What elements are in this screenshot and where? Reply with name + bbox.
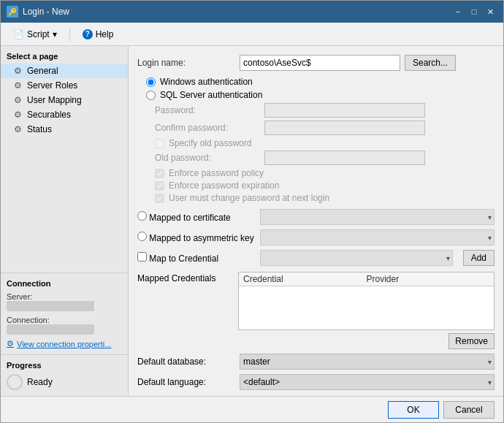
user-must-change-label: User must change password at next login [169, 193, 329, 203]
view-props-label: View connection properti... [17, 340, 111, 348]
specify-old-password-checkbox[interactable] [155, 139, 164, 148]
sidebar-spacer [1, 137, 128, 273]
sidebar-item-user-mapping[interactable]: ⚙ User Mapping [1, 93, 128, 107]
connection-value [7, 324, 94, 335]
add-button[interactable]: Add [463, 250, 495, 266]
maximize-button[interactable]: □ [467, 5, 481, 18]
old-password-row: Old password: [155, 150, 495, 165]
server-row: Server: [7, 292, 122, 313]
remove-button[interactable]: Remove [448, 333, 495, 349]
user-must-change-row: User must change password at next login [155, 193, 495, 203]
connection-label: Connection: [7, 316, 50, 324]
enforce-expiration-row: Enforce password expiration [155, 180, 495, 191]
map-credential-select[interactable] [260, 250, 453, 266]
mapped-cert-radio[interactable] [137, 211, 147, 221]
default-database-select[interactable]: master [240, 354, 495, 370]
map-credential-row: Map to Credential Add [137, 250, 495, 266]
enforce-expiration-checkbox[interactable] [155, 181, 164, 191]
connection-section: Connection Server: Connection: ⚙ View co… [1, 273, 128, 354]
login-name-input[interactable] [240, 55, 400, 71]
general-icon: ⚙ [12, 66, 23, 76]
select-page-title: Select a page [1, 46, 128, 64]
help-button[interactable]: ? Help [76, 26, 121, 42]
credentials-table: Credential Provider [238, 272, 495, 330]
status-icon: ⚙ [12, 124, 23, 134]
confirm-password-label: Confirm password: [155, 123, 264, 133]
progress-ready: Ready [7, 374, 122, 390]
mapped-asym-select[interactable] [260, 229, 495, 245]
enforce-policy-label: Enforce password policy [169, 168, 264, 178]
enforce-policy-checkbox[interactable] [155, 169, 164, 178]
default-language-select[interactable]: <default> [240, 374, 495, 390]
default-database-select-wrapper: master [240, 354, 495, 370]
default-language-select-wrapper: <default> [240, 374, 495, 390]
sidebar-item-server-roles[interactable]: ⚙ Server Roles [1, 78, 128, 93]
ready-label: Ready [27, 377, 53, 387]
specify-old-password-label: Specify old password [169, 138, 251, 148]
script-icon: 📄 [13, 29, 24, 39]
confirm-password-input[interactable] [264, 121, 425, 135]
help-icon: ? [83, 29, 93, 39]
server-label: Server: [7, 292, 32, 301]
search-button[interactable]: Search... [405, 55, 456, 71]
sql-auth-subform: Password: Confirm password: Specify old … [137, 103, 495, 203]
credentials-header: Credential Provider [239, 273, 494, 286]
map-credential-label-wrapper: Map to Credential [137, 252, 254, 264]
connection-row: Connection: [7, 316, 122, 336]
provider-col-header: Provider [367, 274, 490, 284]
title-bar-controls: − □ ✕ [451, 5, 497, 18]
mapped-credentials-label: Mapped Credentials [137, 272, 232, 349]
connection-title: Connection [7, 279, 122, 288]
user-must-change-checkbox[interactable] [155, 194, 164, 203]
sidebar-item-status[interactable]: ⚙ Status [1, 122, 128, 137]
securables-icon: ⚙ [12, 110, 23, 120]
specify-old-password-row: Specify old password [155, 138, 495, 148]
toolbar-separator [69, 27, 70, 42]
script-button[interactable]: 📄 Script ▾ [7, 26, 64, 42]
windows-auth-label: Windows authentication [160, 77, 253, 87]
server-value [7, 301, 94, 311]
progress-title: Progress [7, 361, 122, 370]
map-credential-select-wrapper [260, 250, 453, 266]
map-credential-label: Map to Credential [149, 254, 218, 264]
cancel-button[interactable]: Cancel [443, 401, 495, 419]
sql-auth-radio[interactable] [146, 91, 156, 100]
main-window: 🔑 Login - New − □ ✕ 📄 Script ▾ ? Help Se… [0, 0, 504, 423]
default-database-row: Default database: master [137, 354, 495, 370]
sidebar-item-general[interactable]: ⚙ General [1, 64, 128, 78]
default-language-label: Default language: [137, 377, 240, 387]
mapped-asym-label: Mapped to asymmetric key [149, 233, 253, 243]
credentials-area: Mapped Credentials Credential Provider R… [137, 272, 495, 349]
windows-auth-row: Windows authentication [146, 77, 495, 87]
mapped-cert-label: Mapped to certificate [149, 213, 230, 223]
sidebar-item-server-roles-label: Server Roles [27, 80, 77, 91]
mapped-asym-label-wrapper: Mapped to asymmetric key [137, 232, 254, 243]
window-icon: 🔑 [7, 6, 18, 18]
mapped-cert-select-wrapper [260, 209, 495, 225]
enforce-policy-row: Enforce password policy [155, 168, 495, 178]
enforce-expiration-label: Enforce password expiration [169, 180, 279, 191]
view-properties-link[interactable]: ⚙ View connection properti... [7, 339, 122, 348]
password-input[interactable] [264, 103, 425, 118]
map-credential-checkbox[interactable] [137, 252, 147, 262]
main-layout: Select a page ⚙ General ⚙ Server Roles ⚙… [1, 46, 503, 396]
sidebar-item-general-label: General [27, 66, 58, 76]
windows-auth-radio[interactable] [146, 77, 156, 87]
close-button[interactable]: ✕ [483, 5, 497, 18]
mapped-cert-select[interactable] [260, 209, 495, 225]
title-bar-left: 🔑 Login - New [7, 6, 69, 18]
script-dropdown-icon: ▾ [53, 29, 57, 39]
ok-button[interactable]: OK [388, 401, 439, 419]
sidebar: Select a page ⚙ General ⚙ Server Roles ⚙… [1, 46, 129, 396]
mapped-section: Mapped to certificate Mapped to asymmetr… [137, 209, 495, 266]
old-password-input[interactable] [264, 150, 425, 165]
credentials-body [239, 286, 494, 329]
sidebar-item-securables[interactable]: ⚙ Securables [1, 107, 128, 122]
credentials-table-wrap: Credential Provider Remove [238, 272, 495, 349]
user-mapping-icon: ⚙ [12, 95, 23, 105]
password-row: Password: [155, 103, 495, 118]
default-language-row: Default language: <default> [137, 374, 495, 390]
minimize-button[interactable]: − [451, 5, 465, 18]
mapped-asym-radio[interactable] [137, 232, 147, 241]
default-database-label: Default database: [137, 357, 240, 367]
